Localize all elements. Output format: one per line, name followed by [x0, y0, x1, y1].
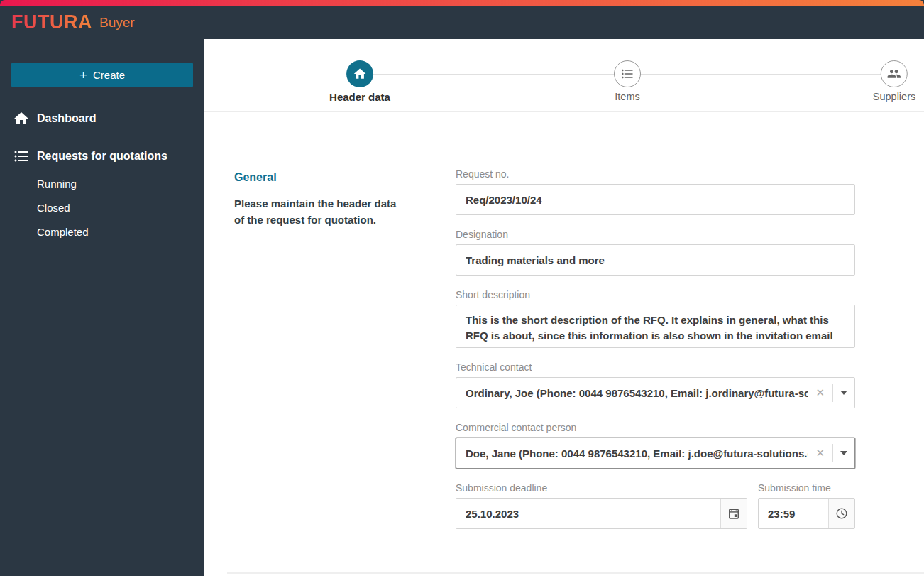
technical-contact-label: Technical contact	[456, 362, 855, 373]
sidebar-item-dashboard[interactable]: Dashboard	[0, 107, 204, 131]
step-label: Items	[615, 91, 639, 102]
main-content: Header data Items Suppliers General Plea…	[204, 39, 924, 576]
field-commercial-contact: Commercial contact person Doe, Jane (Pho…	[456, 422, 855, 469]
short-description-label: Short description	[456, 289, 855, 300]
submission-deadline-label: Submission deadline	[456, 482, 747, 494]
calendar-icon[interactable]	[720, 499, 747, 528]
technical-contact-select[interactable]: Ordinary, Joe (Phone: 0044 9876543210, E…	[456, 377, 855, 408]
commercial-contact-select[interactable]: Doe, Jane (Phone: 0044 9876543210, Email…	[456, 438, 855, 469]
clock-icon[interactable]	[828, 499, 854, 528]
stepper: Header data Items Suppliers	[204, 39, 924, 112]
field-short-description: Short description This is the short desc…	[456, 289, 855, 348]
app-header: FUTURA Buyer	[0, 6, 924, 39]
sidebar-item-running[interactable]: Running	[0, 171, 204, 195]
stepper-connector	[373, 74, 614, 75]
brand-product: Buyer	[99, 15, 135, 31]
sidebar-item-label: Closed	[37, 202, 70, 214]
group-icon	[881, 60, 908, 87]
commercial-contact-value: Doe, Jane (Phone: 0044 9876543210, Email…	[456, 447, 808, 460]
step-header-data[interactable]: Header data	[329, 60, 390, 103]
designation-input[interactable]	[456, 245, 854, 275]
top-gradient-bar	[0, 0, 924, 6]
sidebar-item-completed[interactable]: Completed	[0, 219, 204, 244]
clear-icon[interactable]: ✕	[808, 447, 832, 460]
stepper-connector	[641, 74, 881, 75]
section-divider	[227, 572, 924, 574]
step-label: Header data	[329, 91, 390, 103]
home-icon	[13, 110, 30, 127]
sidebar-item-requests-for-quotations[interactable]: Requests for quotations	[0, 144, 204, 168]
field-submission-deadline: Submission deadline	[456, 482, 747, 529]
request-no-label: Request no.	[456, 168, 855, 180]
brand-logo: FUTURA	[11, 11, 92, 33]
sidebar-item-label: Dashboard	[37, 112, 97, 125]
designation-label: Designation	[456, 229, 855, 240]
clear-icon[interactable]: ✕	[808, 386, 832, 399]
field-submission-time: Submission time	[758, 482, 855, 529]
step-suppliers[interactable]: Suppliers	[873, 60, 915, 102]
submission-time-label: Submission time	[758, 482, 855, 494]
short-description-textarea[interactable]: This is the short description of the RFQ…	[456, 305, 855, 348]
dropdown-caret-icon[interactable]	[833, 438, 854, 468]
step-items[interactable]: Items	[614, 60, 641, 102]
section-title: General	[234, 171, 412, 184]
dropdown-caret-icon[interactable]	[833, 378, 854, 408]
sidebar-item-label: Completed	[37, 226, 89, 238]
list-icon	[13, 148, 30, 165]
list-icon	[614, 60, 641, 87]
section-description: Please maintain the header data of the r…	[234, 196, 405, 228]
technical-contact-value: Ordinary, Joe (Phone: 0044 9876543210, E…	[456, 387, 808, 399]
field-designation: Designation	[456, 229, 855, 276]
form-fields: Request no. Designation Short descriptio…	[456, 168, 855, 543]
sidebar-item-label: Requests for quotations	[37, 150, 167, 163]
field-request-no: Request no.	[456, 168, 855, 215]
home-icon	[346, 60, 373, 87]
submission-deadline-input[interactable]	[456, 499, 720, 528]
create-button-label: Create	[93, 69, 125, 81]
sidebar-item-closed[interactable]: Closed	[0, 195, 204, 219]
request-no-input[interactable]	[456, 185, 854, 214]
plus-icon: +	[79, 68, 87, 82]
submission-time-input[interactable]	[759, 499, 828, 528]
field-technical-contact: Technical contact Ordinary, Joe (Phone: …	[456, 362, 855, 408]
create-button[interactable]: + Create	[11, 63, 193, 87]
sidebar-item-label: Running	[37, 178, 77, 190]
step-label: Suppliers	[873, 91, 915, 102]
section-info: General Please maintain the header data …	[234, 171, 412, 228]
commercial-contact-label: Commercial contact person	[456, 422, 855, 433]
